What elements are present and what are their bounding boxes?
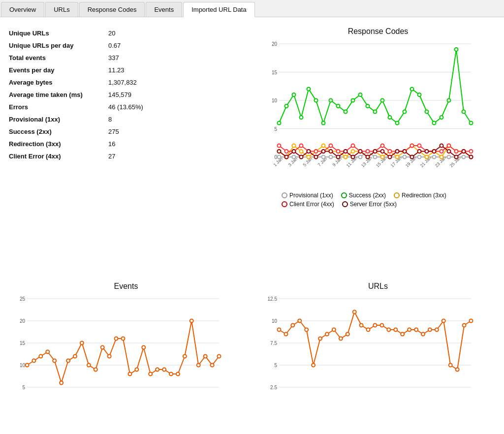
svg-point-114	[351, 144, 355, 148]
svg-point-171	[46, 350, 49, 353]
svg-point-169	[32, 359, 35, 362]
stat-label: Unique URLs	[5, 27, 103, 39]
svg-point-131	[278, 150, 281, 153]
stats-scroll[interactable]: Unique URLs20Unique URLs per day0.67Tota…	[5, 27, 252, 253]
svg-point-30	[329, 99, 333, 102]
stat-label: Average bytes	[5, 76, 103, 89]
svg-point-99	[440, 155, 443, 159]
svg-point-91	[381, 155, 384, 159]
svg-point-195	[211, 363, 214, 367]
svg-point-38	[388, 116, 392, 119]
svg-point-152	[433, 150, 436, 153]
svg-text:25: 25	[20, 296, 26, 302]
table-row: Unique URLs per day0.67	[5, 39, 252, 52]
tab-events[interactable]: Events	[146, 2, 182, 17]
svg-point-83	[322, 144, 325, 148]
stat-value: 275	[103, 125, 252, 138]
table-row: Unique URLs20	[5, 27, 252, 39]
svg-point-35	[366, 104, 370, 108]
legend-label: Success (2xx)	[349, 192, 386, 199]
svg-point-193	[197, 363, 200, 367]
svg-point-140	[344, 150, 347, 153]
svg-point-33	[351, 99, 355, 102]
svg-point-80	[300, 150, 303, 153]
svg-point-112	[337, 150, 340, 153]
svg-point-71	[433, 155, 436, 159]
events-title: Events	[5, 282, 247, 291]
svg-point-148	[403, 150, 407, 153]
svg-point-216	[339, 337, 343, 340]
svg-point-228	[421, 332, 425, 336]
svg-point-214	[325, 332, 329, 336]
svg-point-126	[440, 150, 443, 153]
svg-point-57	[329, 155, 333, 159]
tab-urls[interactable]: URLs	[45, 2, 78, 17]
svg-point-221	[374, 323, 377, 327]
svg-point-142	[359, 150, 362, 153]
legend-label: Server Error (5xx)	[350, 201, 397, 208]
stat-label: Client Error (4xx)	[5, 150, 103, 162]
stat-value: 1,307,832	[103, 76, 252, 89]
svg-point-39	[396, 122, 399, 125]
svg-point-134	[300, 155, 303, 159]
legend-label: Redirection (3xx)	[402, 192, 446, 199]
legend-dot	[282, 192, 287, 198]
tab-response-codes[interactable]: Response Codes	[79, 2, 145, 17]
svg-point-119	[388, 150, 392, 153]
svg-point-186	[149, 372, 152, 375]
svg-point-63	[374, 155, 377, 159]
stat-label: Events per day	[5, 64, 103, 76]
svg-point-45	[440, 116, 443, 119]
svg-point-157	[470, 155, 473, 159]
legend-dot	[394, 192, 400, 198]
svg-text:2.5: 2.5	[270, 385, 277, 390]
svg-point-136	[315, 155, 318, 159]
legend-item: Redirection (3xx)	[394, 192, 446, 199]
svg-point-154	[447, 150, 451, 153]
svg-point-49	[470, 122, 473, 125]
events-panel: Events 510152025	[0, 277, 252, 432]
svg-point-26	[300, 116, 303, 119]
svg-point-139	[337, 155, 340, 159]
svg-point-235	[470, 319, 473, 322]
svg-point-86	[344, 155, 347, 159]
svg-point-215	[332, 328, 336, 331]
svg-point-147	[396, 150, 399, 153]
stat-label: Errors	[5, 101, 103, 113]
tab-imported-url-data[interactable]: Imported URL Data	[183, 2, 255, 17]
urls-panel: URLs 2.557.51012.5	[252, 277, 504, 432]
svg-point-87	[351, 150, 355, 153]
stats-panel: Unique URLs20Unique URLs per day0.67Tota…	[0, 22, 252, 277]
legend-dot	[282, 201, 287, 207]
tab-overview[interactable]: Overview	[1, 2, 44, 17]
svg-point-217	[346, 332, 349, 336]
svg-point-210	[298, 319, 301, 322]
stat-value: 46 (13.65%)	[103, 101, 252, 113]
svg-point-40	[403, 110, 407, 114]
svg-point-41	[410, 88, 414, 91]
stat-label: Success (2xx)	[5, 125, 103, 138]
table-row: Errors46 (13.65%)	[5, 101, 252, 113]
stat-label: Provisional (1xx)	[5, 113, 103, 125]
stat-value: 337	[103, 52, 252, 64]
svg-point-224	[394, 328, 397, 331]
svg-point-43	[425, 110, 429, 114]
svg-point-213	[318, 337, 322, 340]
legend-item: Provisional (1xx)	[282, 192, 333, 199]
svg-point-151	[425, 150, 429, 153]
stat-value: 0.67	[103, 39, 252, 52]
svg-point-97	[425, 155, 429, 159]
svg-point-48	[462, 110, 466, 114]
svg-point-32	[344, 110, 347, 114]
svg-point-93	[396, 155, 399, 159]
svg-point-153	[440, 144, 443, 148]
legend-label: Provisional (1xx)	[289, 192, 333, 199]
svg-text:5: 5	[274, 126, 277, 132]
svg-text:5: 5	[22, 385, 25, 390]
svg-point-226	[408, 328, 411, 331]
svg-point-29	[322, 122, 325, 125]
svg-point-36	[374, 110, 377, 114]
table-row: Total events337	[5, 52, 252, 64]
svg-text:15: 15	[272, 70, 278, 75]
response-codes-panel: Response Codes 051015201 Jan3 Jan5 Jan7 …	[252, 22, 504, 277]
